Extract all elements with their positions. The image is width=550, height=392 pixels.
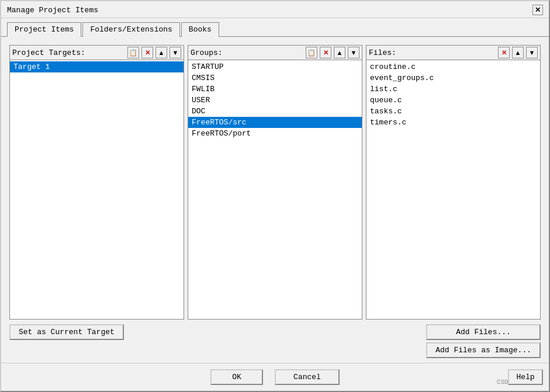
tabs-bar: Project Items Folders/Extensions Books <box>1 18 549 37</box>
add-files-button[interactable]: Add Files... <box>426 324 541 340</box>
tab-books[interactable]: Books <box>181 22 219 37</box>
close-button[interactable]: ✕ <box>532 5 543 15</box>
files-header: Files: ✕ ▲ ▼ <box>366 46 540 60</box>
project-targets-panel: Project Targets: 📋 ✕ ▲ ▼ Target 1 <box>9 45 184 320</box>
dialog-title: Manage Project Items <box>7 6 98 15</box>
title-bar: Manage Project Items ✕ <box>1 1 549 18</box>
targets-down-btn[interactable]: ▼ <box>170 47 181 58</box>
bottom-left: Set as Current Target <box>9 324 124 340</box>
down-arrow-icon: ▼ <box>529 49 535 56</box>
targets-del-btn[interactable]: ✕ <box>141 47 153 58</box>
list-item[interactable]: FreeRTOS/src <box>188 117 362 128</box>
list-item[interactable]: tasks.c <box>366 106 540 117</box>
list-item[interactable]: timers.c <box>366 117 540 128</box>
list-item[interactable]: USER <box>188 95 362 106</box>
cancel-button[interactable]: Cancel <box>275 369 340 385</box>
files-down-btn[interactable]: ▼ <box>526 47 538 58</box>
ok-button[interactable]: OK <box>210 369 263 385</box>
list-item[interactable]: DOC <box>188 106 362 117</box>
new-doc-icon: 📋 <box>129 49 137 57</box>
list-item[interactable]: list.c <box>366 84 540 95</box>
down-arrow-icon: ▼ <box>351 49 357 56</box>
add-files-image-button[interactable]: Add Files as Image... <box>426 342 541 358</box>
list-item[interactable]: queue.c <box>366 95 540 106</box>
groups-label: Groups: <box>191 48 303 57</box>
list-item[interactable]: Target 1 <box>10 61 184 72</box>
delete-icon: ✕ <box>145 49 150 57</box>
targets-up-btn[interactable]: ▲ <box>155 47 167 58</box>
targets-label: Project Targets: <box>12 48 125 57</box>
targets-header: Project Targets: 📋 ✕ ▲ ▼ <box>10 46 184 60</box>
tab-folders-extensions[interactable]: Folders/Extensions <box>82 22 179 37</box>
groups-list[interactable]: STARTUP CMSIS FWLIB USER DOC FreeRTOS/sr… <box>188 60 362 319</box>
bottom-row: Set as Current Target Add Files... Add F… <box>9 324 541 358</box>
files-up-btn[interactable]: ▲ <box>512 47 524 58</box>
help-button[interactable]: Help <box>508 369 543 385</box>
down-arrow-icon: ▼ <box>172 49 179 56</box>
manage-project-dialog: Manage Project Items ✕ Project Items Fol… <box>0 0 550 392</box>
new-doc-icon: 📋 <box>307 49 316 57</box>
files-list[interactable]: croutine.c event_groups.c list.c queue.c… <box>366 60 540 319</box>
list-item[interactable]: FreeRTOS/port <box>188 128 362 139</box>
dialog-content: Project Targets: 📋 ✕ ▲ ▼ Target 1 <box>1 37 549 363</box>
up-arrow-icon: ▲ <box>515 49 521 56</box>
files-label: Files: <box>369 48 496 57</box>
list-item[interactable]: CMSIS <box>188 72 362 84</box>
groups-down-btn[interactable]: ▼ <box>348 47 359 58</box>
groups-del-btn[interactable]: ✕ <box>320 47 331 58</box>
up-arrow-icon: ▲ <box>337 49 343 56</box>
footer-row: OK Cancel CSDN博主温510 Help <box>1 363 549 391</box>
list-item[interactable]: FWLIB <box>188 84 362 95</box>
groups-up-btn[interactable]: ▲ <box>334 47 345 58</box>
set-current-target-button[interactable]: Set as Current Target <box>9 324 124 340</box>
list-item[interactable]: STARTUP <box>188 61 362 72</box>
files-panel: Files: ✕ ▲ ▼ croutine.c event_groups.c l… <box>366 45 541 320</box>
groups-panel: Groups: 📋 ✕ ▲ ▼ STARTUP C <box>188 45 362 320</box>
targets-list[interactable]: Target 1 <box>10 60 184 319</box>
groups-new-btn[interactable]: 📋 <box>306 47 317 58</box>
delete-icon: ✕ <box>323 49 328 57</box>
list-item[interactable]: event_groups.c <box>366 72 540 84</box>
up-arrow-icon: ▲ <box>158 49 165 56</box>
panels-row: Project Targets: 📋 ✕ ▲ ▼ Target 1 <box>9 45 541 320</box>
tab-project-items[interactable]: Project Items <box>7 22 81 37</box>
targets-new-btn[interactable]: 📋 <box>127 47 139 58</box>
files-del-btn[interactable]: ✕ <box>498 47 510 58</box>
bottom-right: Add Files... Add Files as Image... <box>426 324 541 358</box>
list-item[interactable]: croutine.c <box>366 61 540 72</box>
groups-header: Groups: 📋 ✕ ▲ ▼ <box>188 46 362 60</box>
delete-icon: ✕ <box>501 49 507 57</box>
